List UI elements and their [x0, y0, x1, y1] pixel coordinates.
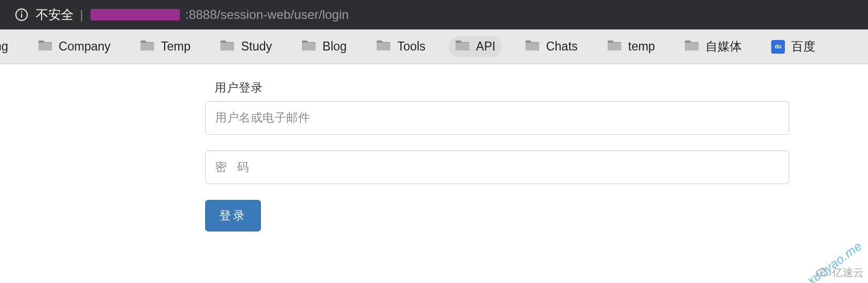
bookmark-label: API	[476, 39, 496, 54]
page-content: 用户登录 登录	[0, 64, 868, 231]
svg-rect-3	[38, 43, 52, 50]
info-icon[interactable]	[15, 8, 28, 22]
svg-rect-4	[140, 43, 154, 50]
bookmark-item[interactable]: Blog	[295, 36, 353, 57]
bookmark-baidu[interactable]: du 百度	[765, 35, 822, 58]
username-input[interactable]	[205, 101, 789, 135]
bookmark-item[interactable]: Tools	[370, 36, 432, 57]
address-bar: 不安全 | :8888/session-web/user/login	[0, 0, 868, 29]
folder-icon	[525, 39, 540, 54]
folder-icon	[38, 39, 53, 54]
security-warning: 不安全	[36, 6, 74, 23]
svg-rect-6	[302, 43, 316, 50]
login-form: 用户登录 登录	[205, 80, 789, 231]
folder-icon	[455, 39, 470, 54]
watermark-diagonal: xueyao.me	[804, 238, 865, 283]
bookmark-label: Tools	[397, 39, 426, 54]
svg-rect-7	[377, 43, 390, 50]
bookmark-item[interactable]: Company	[32, 36, 117, 57]
bookmark-label: Blog	[322, 39, 347, 54]
address-separator: |	[80, 7, 83, 22]
folder-icon	[301, 39, 316, 54]
form-title: 用户登录	[215, 80, 789, 96]
bookmark-partial[interactable]: ng	[0, 36, 15, 57]
redacted-host	[90, 9, 180, 21]
folder-icon	[220, 39, 235, 54]
folder-icon	[607, 39, 622, 54]
password-input[interactable]	[205, 150, 789, 184]
folder-icon	[376, 39, 391, 54]
address-path: /session-web/user/login	[217, 7, 349, 22]
folder-icon	[684, 39, 699, 54]
svg-rect-8	[456, 43, 469, 50]
login-button[interactable]: 登录	[205, 200, 261, 231]
bookmarks-bar: ng CompanyTempStudyBlogToolsAPIChatstemp…	[0, 29, 868, 64]
watermark-brand: 亿速云	[814, 266, 864, 280]
bookmark-item[interactable]: Temp	[134, 36, 197, 57]
svg-rect-9	[526, 43, 539, 50]
svg-rect-10	[608, 43, 621, 50]
address-text[interactable]: 不安全 | :8888/session-web/user/login	[36, 6, 349, 23]
baidu-icon: du	[771, 40, 785, 54]
address-port: :8888	[185, 7, 217, 22]
bookmark-label: Study	[241, 39, 272, 54]
svg-rect-11	[685, 43, 699, 50]
bookmark-label: 百度	[791, 38, 815, 55]
bookmark-item[interactable]: temp	[601, 36, 661, 57]
folder-icon	[140, 39, 155, 54]
bookmark-label: Temp	[161, 39, 190, 54]
bookmark-label: ng	[0, 39, 8, 54]
bookmark-label: Chats	[546, 39, 578, 54]
bookmark-item[interactable]: Chats	[519, 36, 584, 57]
svg-rect-5	[220, 43, 234, 50]
bookmark-item[interactable]: API	[449, 36, 502, 57]
svg-point-2	[21, 11, 23, 13]
bookmark-label: Company	[59, 39, 110, 54]
cloud-icon	[814, 267, 829, 279]
watermark-brand-text: 亿速云	[832, 266, 864, 280]
bookmark-label: temp	[628, 39, 655, 54]
bookmark-label: 自媒体	[705, 38, 742, 55]
bookmark-item[interactable]: 自媒体	[678, 35, 748, 58]
bookmark-item[interactable]: Study	[214, 36, 278, 57]
